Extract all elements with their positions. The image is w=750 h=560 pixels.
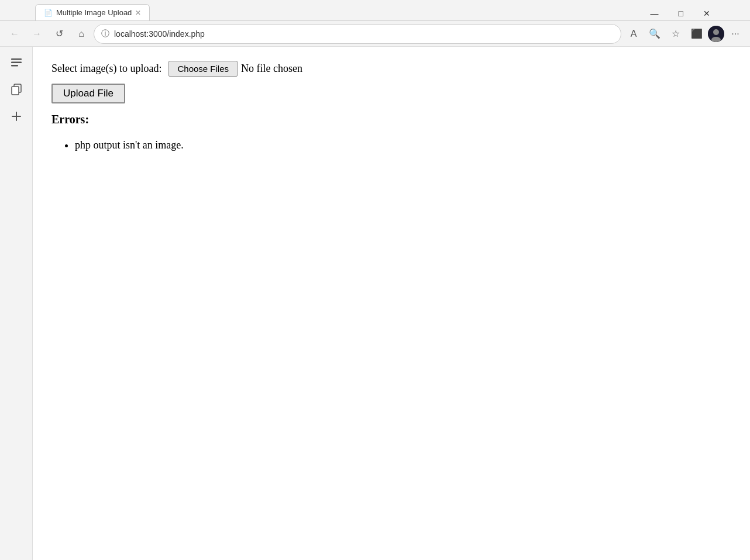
nav-right-icons: A 🔍 ☆ ⬛ ··· [624, 24, 745, 44]
tab-icon: 📄 [44, 9, 53, 17]
file-input-wrapper: Choose Files No file chosen [168, 61, 302, 77]
form-row: Select image(s) to upload: Choose Files … [51, 61, 731, 77]
no-file-text: No file chosen [241, 63, 302, 75]
svg-rect-7 [12, 87, 19, 95]
favorites-button[interactable]: ☆ [666, 24, 686, 44]
profile-avatar[interactable] [708, 26, 724, 42]
error-item: php output isn't an image. [75, 137, 731, 154]
svg-point-1 [713, 29, 719, 35]
window-controls: — □ ✕ [646, 6, 715, 20]
svg-rect-5 [11, 65, 18, 67]
sidebar-menu-button[interactable] [5, 51, 27, 74]
home-button[interactable]: ⌂ [71, 24, 91, 44]
sidebar [0, 47, 33, 560]
sidebar-add-button[interactable] [5, 105, 27, 127]
page-content: Select image(s) to upload: Choose Files … [33, 47, 750, 560]
back-button[interactable]: ← [5, 24, 25, 44]
tab-title: Multiple Image Upload [56, 8, 132, 17]
browser-tab[interactable]: 📄 Multiple Image Upload ✕ [35, 4, 150, 20]
address-bar-container: ⓘ [94, 24, 621, 44]
refresh-button[interactable]: ↺ [49, 24, 69, 44]
address-bar[interactable] [114, 29, 614, 39]
maximize-button[interactable]: □ [674, 6, 688, 20]
nav-bar: ← → ↺ ⌂ ⓘ A 🔍 ☆ ⬛ ··· [0, 21, 750, 47]
forward-button[interactable]: → [27, 24, 47, 44]
upload-file-button[interactable]: Upload File [51, 84, 125, 103]
tab-bar: 📄 Multiple Image Upload ✕ — □ ✕ [0, 0, 750, 21]
info-icon: ⓘ [101, 29, 109, 39]
browser-window: 📄 Multiple Image Upload ✕ — □ ✕ ← → ↺ ⌂ … [0, 0, 750, 560]
read-aloud-button[interactable]: A [624, 24, 644, 44]
form-label: Select image(s) to upload: [51, 63, 161, 75]
errors-section: Errors: php output isn't an image. [51, 113, 731, 154]
zoom-button[interactable]: 🔍 [645, 24, 665, 44]
close-button[interactable]: ✕ [699, 6, 715, 20]
minimize-button[interactable]: — [646, 6, 663, 20]
choose-files-button[interactable]: Choose Files [168, 61, 238, 77]
sidebar-copy-button[interactable] [5, 78, 27, 101]
svg-rect-3 [11, 58, 22, 60]
error-list: php output isn't an image. [75, 137, 731, 154]
errors-heading: Errors: [51, 113, 731, 126]
more-options-button[interactable]: ··· [725, 24, 745, 44]
svg-rect-4 [11, 62, 22, 64]
svg-rect-9 [12, 116, 21, 117]
tab-close-button[interactable]: ✕ [135, 9, 141, 17]
collections-button[interactable]: ⬛ [687, 24, 707, 44]
browser-body: Select image(s) to upload: Choose Files … [0, 47, 750, 560]
